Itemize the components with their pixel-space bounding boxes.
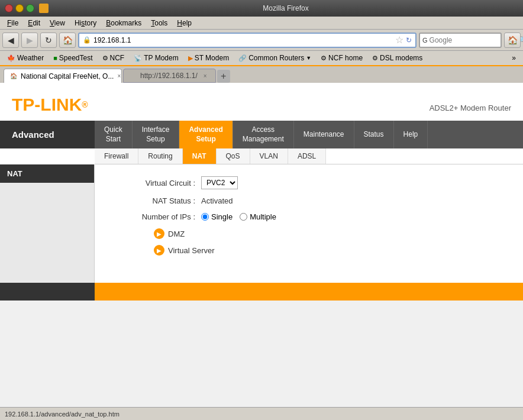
nav-tab-maintenance[interactable]: Maintenance — [294, 121, 354, 148]
new-tab-button[interactable]: + — [217, 70, 230, 83]
tab-ncf[interactable]: 🏠 National Capital FreeNet, O... × — [4, 69, 122, 83]
bookmark-ncf-home[interactable]: ⚙ NCF home — [317, 53, 366, 63]
router-page: TP-LINK ® ADSL2+ Modem Router Advanced Q… — [0, 83, 523, 407]
nav-tab-advanced-setup[interactable]: AdvancedSetup — [179, 121, 233, 148]
common-routers-bookmark-icon: 🔗 — [238, 54, 247, 62]
menu-file[interactable]: File — [2, 18, 23, 28]
nat-status-value: Activated — [201, 196, 233, 205]
logo-trademark: ® — [82, 100, 88, 109]
single-ip-radio[interactable] — [201, 213, 209, 221]
bookmarks-more[interactable]: » — [508, 53, 519, 63]
tab-ncf-favicon: 🏠 — [10, 73, 17, 80]
bottom-bar-right — [95, 283, 523, 301]
bookmark-star-icon[interactable]: ☆ — [395, 34, 403, 46]
browser-content: TP-LINK ® ADSL2+ Modem Router Advanced Q… — [0, 83, 523, 407]
nav-tabs: QuickStart InterfaceSetup AdvancedSetup … — [95, 121, 523, 148]
titlebar: Mozilla Firefox — [0, 0, 523, 17]
main-content: Virtual Circuit : PVC0 PVC1 PVC2 PVC3 PV… — [95, 164, 523, 283]
speedtest-bookmark-icon: ■ — [53, 54, 57, 62]
menu-view[interactable]: View — [45, 18, 70, 28]
menu-history[interactable]: History — [70, 18, 101, 28]
forward-button[interactable]: ▶ — [21, 33, 38, 48]
browser-home-button[interactable]: 🏠 — [504, 33, 521, 48]
multiple-ip-label[interactable]: Multiple — [240, 212, 276, 221]
sub-tabs-row: Firewall Routing NAT QoS VLAN ADSL — [0, 148, 523, 164]
toolbar: ◀ ▶ ↻ 🏠 🔒 ☆ ↻ G 🔍 🏠 — [0, 30, 523, 51]
sub-tab-firewall[interactable]: Firewall — [95, 148, 138, 164]
sidebar-label: Advanced — [0, 121, 95, 148]
nav-tabs-row: Advanced QuickStart InterfaceSetup Advan… — [0, 121, 523, 148]
sub-tab-vlan[interactable]: VLAN — [250, 148, 288, 164]
sub-tab-nat[interactable]: NAT — [183, 148, 217, 164]
tp-modem-bookmark-icon: 📡 — [134, 54, 142, 62]
sub-tab-qos[interactable]: QoS — [217, 148, 250, 164]
minimize-button[interactable] — [15, 4, 24, 12]
virtual-circuit-row: Virtual Circuit : PVC0 PVC1 PVC2 PVC3 PV… — [106, 176, 511, 189]
menu-help[interactable]: Help — [172, 18, 196, 28]
bookmark-weather[interactable]: 🍁 Weather — [4, 53, 47, 63]
bottom-bar — [0, 283, 523, 301]
nav-tab-help[interactable]: Help — [394, 121, 428, 148]
menu-tools[interactable]: Tools — [146, 18, 172, 28]
statusbar: 192.168.1.1/advanced/adv_nat_top.htm — [0, 407, 523, 420]
sidebar-panel-header: NAT — [0, 164, 94, 183]
dsl-modems-bookmark-icon: ⚙ — [372, 54, 378, 62]
google-icon: G — [422, 37, 428, 44]
tab-ncf-close[interactable]: × — [117, 72, 121, 80]
sub-tab-adsl[interactable]: ADSL — [288, 148, 326, 164]
tp-link-logo: TP-LINK ® — [12, 95, 88, 115]
virtual-server-play-icon: ▶ — [154, 245, 164, 256]
single-ip-label[interactable]: Single — [201, 212, 233, 221]
weather-bookmark-icon: 🍁 — [7, 54, 15, 62]
sidebar-panel: NAT — [0, 164, 95, 283]
bottom-bar-left — [0, 283, 95, 301]
tab-router[interactable]: http://192.168.1.1/ × — [123, 69, 216, 83]
bookmark-common-routers[interactable]: 🔗 Common Routers ▼ — [235, 53, 315, 63]
nav-tab-interface-setup[interactable]: InterfaceSetup — [133, 121, 180, 148]
address-input[interactable] — [93, 36, 395, 44]
bookmarks-bar: 🍁 Weather ■ SpeedTest ⚙ NCF 📡 TP Modem ▶… — [0, 51, 523, 66]
bookmark-st-modem[interactable]: ▶ ST Modem — [185, 53, 233, 63]
multiple-ip-radio[interactable] — [240, 213, 247, 221]
sub-tab-routing[interactable]: Routing — [138, 148, 182, 164]
refresh-icon[interactable]: ↻ — [406, 36, 412, 44]
tabbar: 🏠 National Capital FreeNet, O... × http:… — [0, 66, 523, 83]
sub-tabs: Firewall Routing NAT QoS VLAN ADSL — [95, 148, 523, 164]
reload-button[interactable]: ↻ — [40, 33, 57, 48]
dmz-link[interactable]: ▶ DMZ — [154, 228, 511, 239]
tab-router-close[interactable]: × — [201, 72, 209, 80]
maximize-button[interactable] — [26, 4, 34, 12]
dmz-play-icon: ▶ — [154, 228, 164, 239]
virtual-circuit-select[interactable]: PVC0 PVC1 PVC2 PVC3 PVC4 PVC5 PVC6 PVC7 — [201, 176, 238, 189]
sidebar-sub — [0, 148, 95, 164]
router-model: ADSL2+ Modem Router — [430, 95, 511, 112]
bookmark-dsl-modems[interactable]: ⚙ DSL modems — [369, 53, 426, 63]
window-controls[interactable] — [5, 4, 34, 12]
virtual-circuit-label: Virtual Circuit : — [106, 179, 201, 188]
nat-status-row: NAT Status : Activated — [106, 196, 511, 205]
menu-bookmarks[interactable]: Bookmarks — [101, 18, 146, 28]
nat-status-label: NAT Status : — [106, 196, 201, 205]
ncf-home-bookmark-icon: ⚙ — [321, 54, 327, 62]
logo-text: TP-LINK — [12, 95, 82, 115]
close-button[interactable] — [5, 4, 13, 12]
virtual-server-link[interactable]: ▶ Virtual Server — [154, 245, 511, 256]
home-button[interactable]: 🏠 — [59, 33, 76, 48]
menu-edit[interactable]: Edit — [23, 18, 45, 28]
bookmark-ncf[interactable]: ⚙ NCF — [99, 53, 128, 63]
statusbar-url: 192.168.1.1/advanced/adv_nat_top.htm — [5, 411, 120, 418]
nav-tab-access-management[interactable]: AccessManagement — [233, 121, 294, 148]
search-bar: G 🔍 — [419, 33, 502, 48]
number-of-ips-label: Number of IPs : — [106, 212, 201, 221]
ip-radio-group: Single Multiple — [201, 212, 276, 221]
bookmark-speedtest[interactable]: ■ SpeedTest — [50, 53, 96, 63]
back-button[interactable]: ◀ — [2, 33, 19, 48]
address-bar: 🔒 ☆ ↻ — [78, 33, 417, 48]
firefox-icon — [39, 4, 49, 13]
ncf-bookmark-icon: ⚙ — [102, 54, 108, 62]
bookmark-tp-modem[interactable]: 📡 TP Modem — [130, 53, 182, 63]
content-area: NAT Virtual Circuit : PVC0 PVC1 PVC2 PVC… — [0, 164, 523, 283]
nav-tab-status[interactable]: Status — [354, 121, 394, 148]
nav-tab-quick-start[interactable]: QuickStart — [95, 121, 133, 148]
router-logo-row: TP-LINK ® ADSL2+ Modem Router — [12, 89, 511, 121]
